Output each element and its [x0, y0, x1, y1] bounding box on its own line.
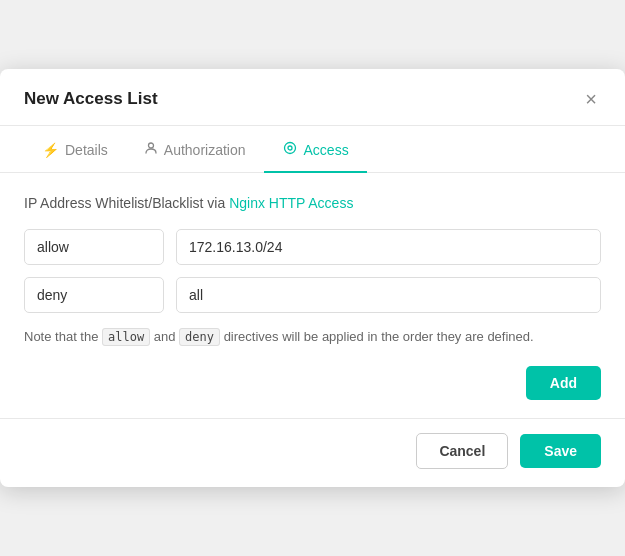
modal-header: New Access List × [0, 69, 625, 126]
modal-new-access-list: New Access List × ⚡ Details Authorizatio… [0, 69, 625, 487]
ip-row-1 [24, 277, 601, 313]
add-button[interactable]: Add [526, 366, 601, 400]
tab-authorization[interactable]: Authorization [126, 127, 264, 172]
tab-access[interactable]: Access [264, 126, 367, 173]
ip-type-input-1[interactable] [24, 277, 164, 313]
section-title: IP Address Whitelist/Blacklist via Nginx… [24, 195, 601, 211]
ip-type-input-0[interactable] [24, 229, 164, 265]
close-button[interactable]: × [581, 87, 601, 111]
tab-access-label: Access [304, 142, 349, 158]
svg-point-2 [288, 146, 292, 150]
access-icon [282, 140, 298, 159]
nginx-http-access-link[interactable]: Nginx HTTP Access [229, 195, 353, 211]
modal-footer: Cancel Save [0, 418, 625, 487]
svg-point-0 [148, 143, 153, 148]
section-title-prefix: IP Address Whitelist/Blacklist via [24, 195, 229, 211]
cancel-button[interactable]: Cancel [416, 433, 508, 469]
add-row: Add [24, 366, 601, 400]
ip-row-0 [24, 229, 601, 265]
authorization-icon [144, 141, 158, 158]
tab-bar: ⚡ Details Authorization Access [0, 126, 625, 173]
tab-details-label: Details [65, 142, 108, 158]
note-prefix: Note that the [24, 329, 102, 344]
note-deny-code: deny [179, 328, 220, 346]
note-allow-code: allow [102, 328, 150, 346]
note-suffix: directives will be applied in the order … [220, 329, 534, 344]
note-middle: and [150, 329, 179, 344]
tab-details[interactable]: ⚡ Details [24, 128, 126, 172]
ip-value-input-1[interactable] [176, 277, 601, 313]
modal-title: New Access List [24, 89, 158, 109]
ip-value-input-0[interactable] [176, 229, 601, 265]
note-text: Note that the allow and deny directives … [24, 327, 601, 348]
details-icon: ⚡ [42, 142, 59, 158]
save-button[interactable]: Save [520, 434, 601, 468]
modal-body: IP Address Whitelist/Blacklist via Nginx… [0, 173, 625, 418]
svg-point-1 [284, 143, 295, 154]
tab-authorization-label: Authorization [164, 142, 246, 158]
